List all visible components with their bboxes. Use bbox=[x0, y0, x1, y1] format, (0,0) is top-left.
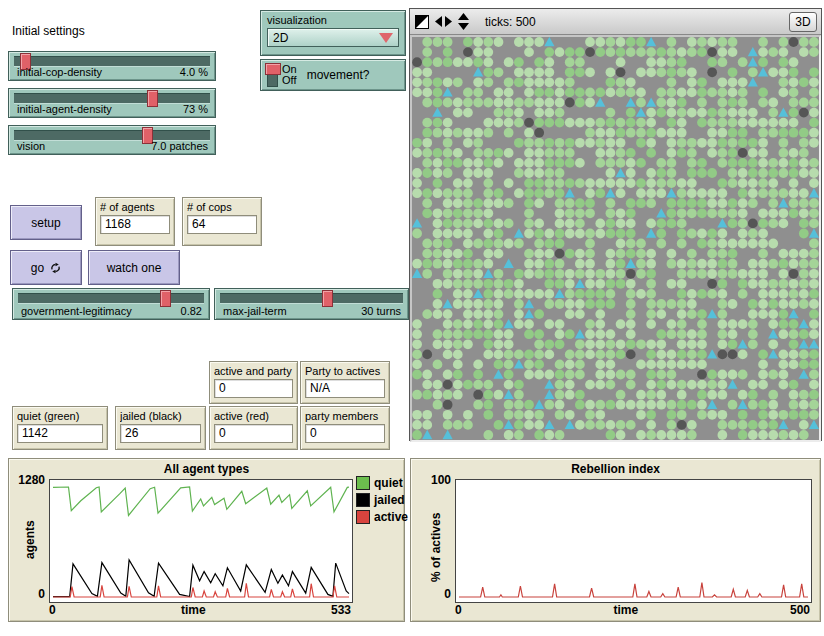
legend-label: jailed bbox=[374, 493, 405, 507]
world-view[interactable] bbox=[410, 35, 821, 442]
slider-max-jail-term[interactable]: max-jail-term30 turns bbox=[214, 288, 409, 320]
monitor-label: # of agents bbox=[100, 201, 170, 213]
slider-label: initial-cop-density bbox=[17, 66, 102, 78]
x-axis-max-label: 500 bbox=[790, 603, 810, 617]
slider-value: 4.0 % bbox=[180, 66, 208, 78]
x-axis-max-label: 533 bbox=[331, 603, 351, 617]
monitor-value: 0 bbox=[305, 424, 385, 443]
plot-canvas bbox=[456, 480, 811, 602]
monitor-num-agents: # of agents 1168 bbox=[95, 197, 175, 246]
initial-settings-heading: Initial settings bbox=[12, 24, 85, 38]
monitor-jailed: jailed (black) 26 bbox=[115, 406, 206, 450]
setup-button[interactable]: setup bbox=[10, 205, 82, 240]
horizontal-arrows-icon[interactable] bbox=[435, 16, 452, 27]
monitor-label: Party to actives bbox=[305, 365, 385, 377]
monitor-value: 1168 bbox=[100, 215, 170, 234]
monitor-label: active and party bbox=[214, 365, 293, 377]
slider-initial-agent-density[interactable]: initial-agent-density73 % bbox=[8, 88, 216, 118]
x-axis-min-label: 0 bbox=[455, 603, 462, 617]
x-axis-title: time bbox=[181, 603, 206, 617]
y-axis-min-label: 0 bbox=[9, 587, 45, 601]
monitor-value: N/A bbox=[305, 379, 385, 398]
slider-value: 30 turns bbox=[361, 305, 401, 317]
chooser-selected-value: 2D bbox=[273, 31, 288, 45]
setup-button-label: setup bbox=[31, 216, 60, 230]
chevron-down-icon bbox=[379, 33, 393, 43]
visualization-chooser[interactable]: visualization 2D bbox=[260, 10, 406, 56]
plot-title: All agent types bbox=[9, 462, 404, 476]
monitor-value: 64 bbox=[187, 215, 257, 234]
world-widget: ticks: 500 3D bbox=[409, 8, 822, 441]
monitor-value: 26 bbox=[120, 424, 201, 443]
chooser-value-box[interactable]: 2D bbox=[267, 28, 399, 47]
plot-title: Rebellion index bbox=[411, 462, 820, 476]
plot-canvas bbox=[50, 480, 352, 602]
movement-switch[interactable]: OnOff movement? bbox=[260, 59, 406, 91]
plot-rebellion-index: Rebellion index 100 0 % of actives 0 tim… bbox=[410, 458, 821, 622]
slider-label: vision bbox=[17, 140, 45, 152]
legend-item-jailed: jailed bbox=[356, 493, 408, 507]
monitor-value: 0 bbox=[214, 379, 293, 398]
forever-icon bbox=[50, 262, 61, 274]
y-axis-min-label: 0 bbox=[411, 587, 451, 601]
chooser-label: visualization bbox=[267, 14, 399, 26]
plot-legend: quiet jailed active bbox=[356, 476, 408, 524]
monitor-active: active (red) 0 bbox=[209, 406, 298, 450]
y-axis-max-label: 100 bbox=[411, 473, 451, 487]
monitor-party-members: party members 0 bbox=[300, 406, 390, 450]
slider-label: initial-agent-density bbox=[17, 103, 112, 115]
plot-all-agent-types: All agent types 1280 0 agents 0 time 533… bbox=[8, 458, 405, 622]
slider-label: government-legitimacy bbox=[21, 305, 132, 317]
legend-swatch-active bbox=[356, 510, 370, 524]
x-axis-title: time bbox=[613, 603, 638, 617]
vertical-arrows-icon[interactable] bbox=[458, 13, 469, 30]
monitor-value: 1142 bbox=[17, 424, 103, 443]
x-axis-labels: 0 time 533 bbox=[49, 603, 351, 617]
slider-track[interactable] bbox=[220, 293, 403, 304]
view-3d-button[interactable]: 3D bbox=[789, 12, 817, 32]
monitor-label: party members bbox=[305, 410, 385, 422]
slider-label: max-jail-term bbox=[223, 305, 287, 317]
monitor-value: 0 bbox=[214, 424, 293, 443]
legend-swatch-jailed bbox=[356, 493, 370, 507]
x-axis-labels: 0 time 500 bbox=[455, 603, 810, 617]
legend-label: quiet bbox=[374, 476, 403, 490]
switch-knob[interactable] bbox=[265, 63, 281, 75]
monitor-label: # of cops bbox=[187, 201, 257, 213]
slider-value: 0.82 bbox=[181, 305, 202, 317]
legend-swatch-quiet bbox=[356, 476, 370, 490]
resize-view-icon[interactable] bbox=[415, 15, 429, 29]
monitor-label: jailed (black) bbox=[120, 410, 201, 422]
slider-initial-cop-density[interactable]: initial-cop-density4.0 % bbox=[8, 51, 216, 81]
slider-vision[interactable]: vision7.0 patches bbox=[8, 125, 216, 155]
y-axis-max-label: 1280 bbox=[9, 473, 45, 487]
monitor-label: active (red) bbox=[214, 410, 293, 422]
y-axis-title: agents bbox=[23, 520, 37, 559]
legend-item-active: active bbox=[356, 510, 408, 524]
monitor-quiet: quiet (green) 1142 bbox=[12, 406, 108, 450]
watch-one-button[interactable]: watch one bbox=[88, 250, 180, 285]
slider-government-legitimacy[interactable]: government-legitimacy0.82 bbox=[12, 288, 210, 320]
plot-area bbox=[455, 479, 812, 603]
y-axis-title: % of actives bbox=[429, 513, 443, 582]
go-button[interactable]: go bbox=[10, 250, 82, 285]
slider-value: 7.0 patches bbox=[151, 140, 208, 152]
world-header: ticks: 500 3D bbox=[410, 9, 821, 35]
world-canvas[interactable] bbox=[412, 37, 819, 440]
switch-slot[interactable] bbox=[267, 63, 278, 87]
monitor-party-to-actives: Party to actives N/A bbox=[300, 361, 390, 404]
ticks-counter: ticks: 500 bbox=[485, 15, 536, 29]
watch-one-button-label: watch one bbox=[107, 261, 162, 275]
netlogo-interface: Initial settings initial-cop-density4.0 … bbox=[0, 0, 824, 636]
slider-track[interactable] bbox=[18, 293, 204, 304]
switch-off-label: Off bbox=[282, 74, 296, 86]
switch-label: movement? bbox=[307, 68, 370, 82]
legend-item-quiet: quiet bbox=[356, 476, 408, 490]
legend-label: active bbox=[374, 510, 408, 524]
monitor-num-cops: # of cops 64 bbox=[182, 197, 262, 246]
plot-area bbox=[49, 479, 353, 603]
monitor-active-and-party: active and party 0 bbox=[209, 361, 298, 404]
x-axis-min-label: 0 bbox=[49, 603, 56, 617]
go-button-label: go bbox=[31, 261, 44, 275]
monitor-label: quiet (green) bbox=[17, 410, 103, 422]
